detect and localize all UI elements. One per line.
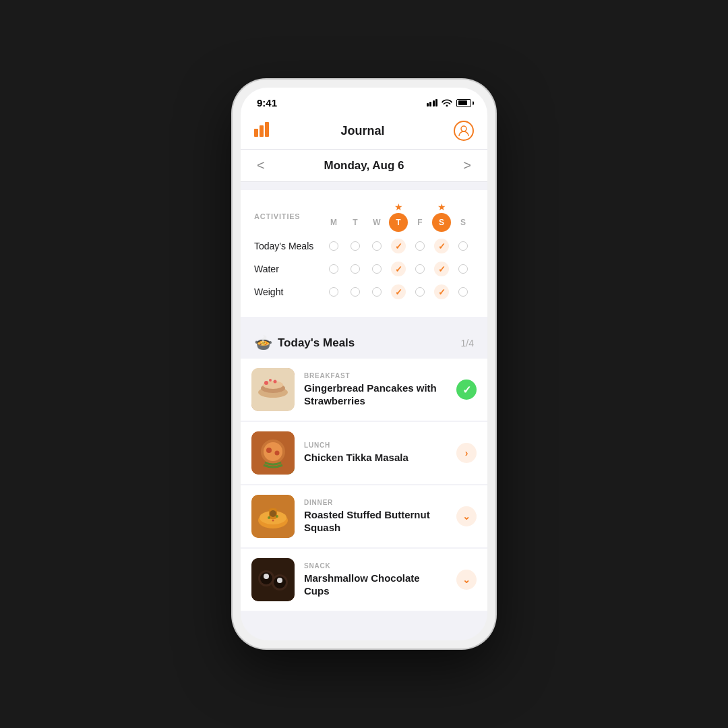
meal-action-snack[interactable]: ⌄	[456, 570, 477, 590]
meal-category-lunch: LUNCH	[304, 442, 447, 449]
prev-date-button[interactable]: <	[257, 158, 265, 173]
weight-f	[409, 284, 431, 299]
day-badge-s1-active: S	[432, 213, 451, 232]
svg-point-23	[272, 520, 274, 522]
day-badge-t1: T	[346, 213, 365, 232]
star-s1: ★	[437, 201, 446, 213]
water-m	[323, 262, 344, 276]
svg-point-9	[274, 380, 277, 384]
meals-f	[409, 239, 431, 253]
activity-name-water: Water	[254, 264, 323, 274]
activities-header-row: ACTIVITIES M T	[254, 201, 474, 232]
svg-point-20	[270, 510, 276, 517]
meal-card-lunch[interactable]: LUNCH Chicken Tikka Masala ›	[241, 422, 487, 484]
next-date-button[interactable]: >	[463, 158, 471, 173]
meals-t2: ✓	[388, 239, 409, 253]
svg-rect-1	[260, 125, 264, 137]
meal-category-breakfast: BREAKFAST	[304, 372, 447, 380]
svg-point-8	[264, 381, 268, 385]
water-w	[366, 262, 388, 276]
app-header: Journal	[241, 114, 487, 150]
battery-icon	[456, 99, 471, 107]
svg-point-14	[266, 448, 272, 453]
svg-point-27	[264, 574, 269, 579]
meals-w	[366, 239, 388, 253]
phone-screen: 9:41	[241, 88, 487, 640]
scroll-area[interactable]: ACTIVITIES M T	[241, 182, 487, 640]
meals-s1: ✓	[431, 239, 452, 253]
meal-category-snack: SNACK	[304, 562, 447, 570]
svg-rect-0	[254, 129, 258, 137]
soup-icon: 🍲	[254, 334, 272, 352]
activity-row-water: Water ✓ ✓	[254, 257, 474, 280]
meal-image-lunch	[251, 431, 295, 475]
meal-image-snack	[251, 558, 295, 601]
day-col-s2: S	[452, 201, 474, 232]
meal-action-dinner[interactable]: ⌄	[456, 506, 477, 526]
signal-icon	[427, 99, 438, 107]
meal-action-lunch[interactable]: ›	[456, 443, 477, 463]
meal-card-dinner[interactable]: DINNER Roasted Stuffed Butternut Squash …	[241, 485, 487, 547]
meals-header: 🍲 Today's Meals 1/4	[241, 325, 487, 359]
day-col-s1: ★ S	[431, 201, 452, 232]
day-badge-t2-active: T	[389, 213, 408, 232]
svg-point-15	[275, 451, 280, 456]
svg-point-10	[269, 379, 272, 382]
meals-m	[323, 239, 344, 253]
chart-icon[interactable]	[254, 122, 272, 140]
phone-shell: 9:41	[233, 80, 495, 648]
day-col-w: W	[366, 201, 388, 232]
activity-values-meals: ✓ ✓	[323, 239, 474, 253]
activity-name-weight: Weight	[254, 286, 323, 297]
meal-name-lunch: Chicken Tikka Masala	[304, 451, 447, 464]
activity-values-weight: ✓ ✓	[323, 284, 474, 299]
meal-action-breakfast[interactable]: ✓	[456, 380, 477, 400]
meal-category-dinner: DINNER	[304, 499, 447, 506]
weight-s1: ✓	[431, 284, 452, 299]
svg-point-3	[461, 126, 466, 131]
water-s1: ✓	[431, 262, 452, 276]
weight-m	[323, 284, 344, 299]
svg-rect-2	[265, 122, 269, 137]
activities-column-label: ACTIVITIES	[254, 212, 323, 220]
activity-values-water: ✓ ✓	[323, 262, 474, 276]
meals-section-title: Today's Meals	[278, 336, 355, 350]
day-badge-m: M	[324, 213, 343, 232]
meals-count: 1/4	[461, 338, 474, 348]
chevron-right-icon: ›	[456, 443, 477, 463]
day-col-m: M	[323, 201, 344, 232]
meal-name-breakfast: Gingerbread Pancakes with Strawberries	[304, 382, 447, 408]
day-col-f: F	[409, 201, 431, 232]
day-badge-w: W	[367, 213, 386, 232]
star-t2: ★	[394, 201, 403, 213]
meals-t1	[344, 239, 366, 253]
weight-w	[366, 284, 388, 299]
meals-section: 🍲 Today's Meals 1/4	[241, 325, 487, 611]
svg-point-21	[268, 516, 270, 519]
profile-icon[interactable]	[454, 121, 474, 141]
check-green-icon: ✓	[456, 380, 477, 400]
water-t1	[344, 262, 366, 276]
meal-info-breakfast: BREAKFAST Gingerbread Pancakes with Stra…	[304, 372, 447, 408]
svg-point-30	[277, 578, 282, 583]
activities-section: ACTIVITIES M T	[241, 190, 487, 317]
chevron-down-snack-icon: ⌄	[456, 570, 477, 590]
water-t2: ✓	[388, 262, 409, 276]
meal-name-dinner: Roasted Stuffed Butternut Squash	[304, 508, 447, 535]
meal-card-breakfast[interactable]: BREAKFAST Gingerbread Pancakes with Stra…	[241, 359, 487, 421]
activity-name-meals: Today's Meals	[254, 241, 323, 251]
meal-info-dinner: DINNER Roasted Stuffed Butternut Squash	[304, 499, 447, 535]
weight-s2	[452, 284, 474, 299]
days-header: M T W	[323, 201, 474, 232]
svg-point-22	[276, 515, 278, 518]
meal-card-snack[interactable]: SNACK Marshmallow Chocolate Cups ⌄	[241, 549, 487, 611]
page-title: Journal	[340, 124, 384, 138]
water-s2	[452, 262, 474, 276]
activities-grid: ACTIVITIES M T	[254, 201, 474, 303]
day-badge-f: F	[411, 213, 429, 232]
day-col-t1: T	[344, 201, 366, 232]
activity-row-meals: Today's Meals ✓ ✓	[254, 235, 474, 257]
date-nav: < Monday, Aug 6 >	[241, 150, 487, 182]
meals-title-group: 🍲 Today's Meals	[254, 334, 355, 352]
meal-image-breakfast	[251, 368, 295, 411]
